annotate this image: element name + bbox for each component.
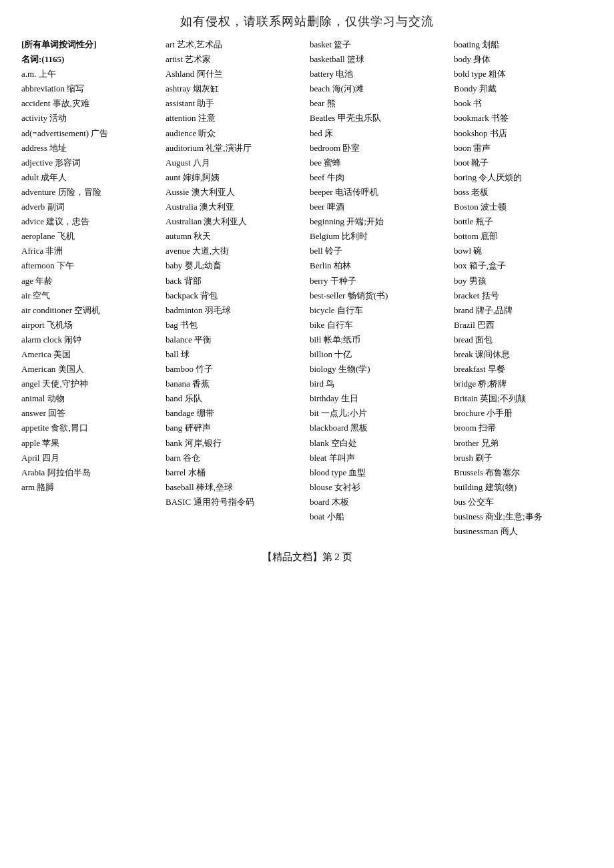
entry: blank 空白处 [310,436,446,451]
entry: Belgium 比利时 [310,229,446,244]
entry: April 四月 [21,451,158,465]
entry: blouse 女衬衫 [310,480,446,495]
entry: bank 河岸,银行 [166,436,302,451]
column-1: [所有单词按词性分]名词:(1165)a.m. 上午abbreviation 缩… [20,37,162,539]
entry: Berlin 柏林 [310,258,446,273]
entry: adventure 历险，冒险 [21,185,158,200]
entry: animal 动物 [21,391,158,406]
entry: adult 成年人 [21,170,158,185]
entry: assistant 助手 [166,96,302,111]
entry: age 年龄 [21,274,158,288]
entry: bill 帐单;纸币 [310,333,446,347]
entry: address 地址 [21,141,158,156]
entry: billion 十亿 [310,347,446,362]
entry: boy 男孩 [454,274,590,288]
entry: aunt 婶婶,阿姨 [166,170,302,185]
content-area: [所有单词按词性分]名词:(1165)a.m. 上午abbreviation 缩… [20,37,594,539]
entry: bang 砰砰声 [166,421,302,435]
entry: air conditioner 空调机 [21,303,158,318]
entry: auditorium 礼堂,演讲厅 [166,141,302,156]
entry: bookshop 书店 [454,126,590,141]
entry: bed 床 [310,126,446,141]
entry: airport 飞机场 [21,318,158,333]
entry: accident 事故,灾难 [21,96,158,111]
entry: apple 苹果 [21,436,158,451]
entry: autumn 秋天 [166,229,302,244]
entry: bottom 底部 [454,229,590,244]
entry: break 课间休息 [454,347,590,362]
entry: aeroplane 飞机 [21,229,158,244]
entry: arm 胳膊 [21,480,158,495]
entry: boot 靴子 [454,156,590,170]
entry: bee 蜜蜂 [310,156,446,170]
entry: art 艺术,艺术品 [166,37,302,52]
entry: badminton 羽毛球 [166,303,302,318]
entry: bracket 括号 [454,288,590,303]
entry: audience 听众 [166,126,302,141]
entry: Brussels 布鲁塞尔 [454,465,590,480]
entry: basket 篮子 [310,37,446,52]
entry: bedroom 卧室 [310,141,446,156]
entry: bottle 瓶子 [454,214,590,229]
entry: best-seller 畅销货(书) [310,288,446,303]
entry: attention 注意 [166,111,302,126]
entry: bamboo 竹子 [166,362,302,377]
entry: boat 小船 [310,509,446,524]
entry: back 背部 [166,274,302,288]
entry: beer 啤酒 [310,200,446,214]
entry: August 八月 [166,156,302,170]
entry: abbreviation 缩写 [21,81,158,96]
entry: [所有单词按词性分] [21,37,158,52]
entry: activity 活动 [21,111,158,126]
entry: baseball 棒球,垒球 [166,480,302,495]
entry: bike 自行车 [310,318,446,333]
entry: bandage 绷带 [166,406,302,421]
entry: adjective 形容词 [21,156,158,170]
entry: breakfast 早餐 [454,362,590,377]
entry: BASIC 通用符号指令码 [166,495,302,509]
entry: blood type 血型 [310,465,446,480]
entry: angel 天使,守护神 [21,377,158,391]
entry: Bondy 邦戴 [454,81,590,96]
entry: bleat 羊叫声 [310,451,446,465]
entry: basketball 篮球 [310,52,446,67]
entry: a.m. 上午 [21,67,158,81]
entry: Ashland 阿什兰 [166,67,302,81]
entry: brochure 小手册 [454,406,590,421]
entry: birthday 生日 [310,391,446,406]
entry: answer 回答 [21,406,158,421]
entry: baby 婴儿;幼畜 [166,258,302,273]
entry: bell 铃子 [310,244,446,258]
entry: book 书 [454,96,590,111]
entry: balance 平衡 [166,333,302,347]
entry: bold type 粗体 [454,67,590,81]
entry: backpack 背包 [166,288,302,303]
entry: business 商业;生意;事务 [454,509,590,524]
entry: Australian 澳大利亚人 [166,214,302,229]
footer: 【精品文档】第 2 页 [20,551,594,564]
entry: bookmark 书签 [454,111,590,126]
entry: bear 熊 [310,96,446,111]
entry: brother 兄弟 [454,436,590,451]
entry: Beatles 甲壳虫乐队 [310,111,446,126]
entry: Africa 非洲 [21,244,158,258]
entry: Australia 澳大利亚 [166,200,302,214]
entry: battery 电池 [310,67,446,81]
entry: bus 公交车 [454,495,590,509]
entry: afternoon 下午 [21,258,158,273]
entry: bag 书包 [166,318,302,333]
entry: barrel 水桶 [166,465,302,480]
entry: businessman 商人 [454,524,590,539]
entry: appetite 食欲,胃口 [21,421,158,435]
page: 如有侵权，请联系网站删除，仅供学习与交流 [所有单词按词性分]名词:(1165)… [0,0,614,868]
entry: band 乐队 [166,391,302,406]
entry: Aussie 澳大利亚人 [166,185,302,200]
column-4: boating 划船body 身体bold type 粗体Bondy 邦戴boo… [450,37,594,539]
entry: body 身体 [454,52,590,67]
entry: biology 生物(学) [310,362,446,377]
entry: boss 老板 [454,185,590,200]
entry: brush 刷子 [454,451,590,465]
column-3: basket 篮子basketball 篮球battery 电池beach 海(… [306,37,450,539]
entry: bicycle 自行车 [310,303,446,318]
entry: ad(=advertisement) 广告 [21,126,158,141]
